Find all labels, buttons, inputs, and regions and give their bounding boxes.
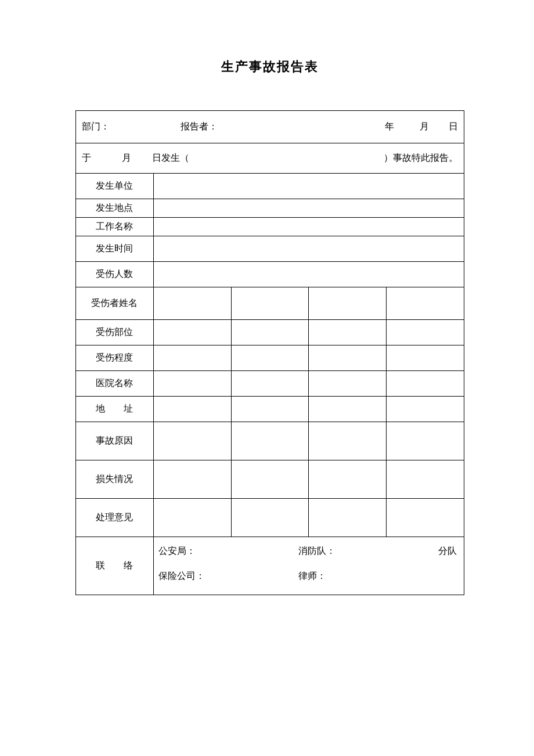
report-table: 部门： 报告者： 年 月 日 于 月 日发生（ ）事故特此报告。 发生单位 发生… — [75, 110, 464, 595]
value-cause-1 — [153, 422, 231, 460]
document-title: 生产事故报告表 — [75, 58, 464, 75]
label-opinion: 处理意见 — [76, 499, 154, 537]
contact-fire: 消防队： — [298, 545, 438, 557]
value-address-4 — [387, 397, 464, 422]
label-location: 发生地点 — [76, 199, 154, 218]
value-hospital-1 — [153, 371, 231, 397]
value-cause-3 — [309, 422, 387, 460]
value-injured-part-4 — [387, 320, 464, 345]
dept-label: 部门： — [82, 121, 181, 133]
value-work-name — [153, 218, 464, 236]
contact-blank — [438, 570, 457, 582]
value-address-1 — [153, 397, 231, 422]
row-injured-part: 受伤部位 — [76, 320, 464, 345]
label-injury-degree: 受伤程度 — [76, 345, 154, 371]
contact-lawyer: 律师： — [298, 570, 438, 582]
value-hospital-2 — [231, 371, 309, 397]
value-address-2 — [231, 397, 309, 422]
label-contact: 联 络 — [76, 537, 154, 595]
label-injured-part: 受伤部位 — [76, 320, 154, 345]
value-loss-2 — [231, 460, 309, 499]
label-injured-name: 受伤者姓名 — [76, 287, 154, 320]
value-injury-degree-3 — [309, 345, 387, 371]
value-cause-2 — [231, 422, 309, 460]
value-location — [153, 199, 464, 218]
value-cause-4 — [387, 422, 464, 460]
header-row: 部门： 报告者： 年 月 日 — [76, 111, 464, 143]
value-time — [153, 236, 464, 262]
value-unit — [153, 174, 464, 199]
year-label: 年 — [348, 121, 394, 133]
value-injured-name-1 — [153, 287, 231, 320]
reporter-label: 报告者： — [181, 121, 348, 133]
sentence-part1: 于 — [82, 152, 99, 164]
value-injured-part-1 — [153, 320, 231, 345]
value-hospital-4 — [387, 371, 464, 397]
contact-police: 公安局： — [158, 545, 298, 557]
sentence-row: 于 月 日发生（ ）事故特此报告。 — [76, 143, 464, 174]
value-opinion-2 — [231, 499, 309, 537]
label-unit: 发生单位 — [76, 174, 154, 199]
value-loss-1 — [153, 460, 231, 499]
row-unit: 发生单位 — [76, 174, 464, 199]
value-injured-name-3 — [309, 287, 387, 320]
sentence-part3: 日发生（ — [131, 152, 189, 164]
row-injured-name: 受伤者姓名 — [76, 287, 464, 320]
day-label: 日 — [429, 121, 458, 133]
row-location: 发生地点 — [76, 199, 464, 218]
month-label: 月 — [394, 121, 429, 133]
label-work-name: 工作名称 — [76, 218, 154, 236]
row-hospital: 医院名称 — [76, 371, 464, 397]
contact-insurance: 保险公司： — [158, 570, 298, 582]
label-cause: 事故原因 — [76, 422, 154, 460]
row-address: 地 址 — [76, 397, 464, 422]
value-injured-name-2 — [231, 287, 309, 320]
row-contact: 联 络 公安局： 消防队： 分队 保险公司： 律师： — [76, 537, 464, 595]
contact-squad: 分队 — [438, 545, 457, 557]
row-injury-degree: 受伤程度 — [76, 345, 464, 371]
value-loss-4 — [387, 460, 464, 499]
value-injury-degree-1 — [153, 345, 231, 371]
value-injury-degree-2 — [231, 345, 309, 371]
value-injury-degree-4 — [387, 345, 464, 371]
sentence-part4: ）事故特此报告。 — [189, 152, 458, 164]
row-opinion: 处理意见 — [76, 499, 464, 537]
value-address-3 — [309, 397, 387, 422]
label-time: 发生时间 — [76, 236, 154, 262]
value-opinion-3 — [309, 499, 387, 537]
row-work-name: 工作名称 — [76, 218, 464, 236]
label-injured-count: 受伤人数 — [76, 262, 154, 287]
row-cause: 事故原因 — [76, 422, 464, 460]
label-address: 地 址 — [76, 397, 154, 422]
value-opinion-4 — [387, 499, 464, 537]
value-hospital-3 — [309, 371, 387, 397]
label-hospital: 医院名称 — [76, 371, 154, 397]
row-time: 发生时间 — [76, 236, 464, 262]
value-contact: 公安局： 消防队： 分队 保险公司： 律师： — [153, 537, 464, 595]
sentence-part2: 月 — [99, 152, 131, 164]
value-injured-count — [153, 262, 464, 287]
row-injured-count: 受伤人数 — [76, 262, 464, 287]
value-opinion-1 — [153, 499, 231, 537]
row-loss: 损失情况 — [76, 460, 464, 499]
value-loss-3 — [309, 460, 387, 499]
value-injured-part-2 — [231, 320, 309, 345]
label-loss: 损失情况 — [76, 460, 154, 499]
value-injured-name-4 — [387, 287, 464, 320]
value-injured-part-3 — [309, 320, 387, 345]
